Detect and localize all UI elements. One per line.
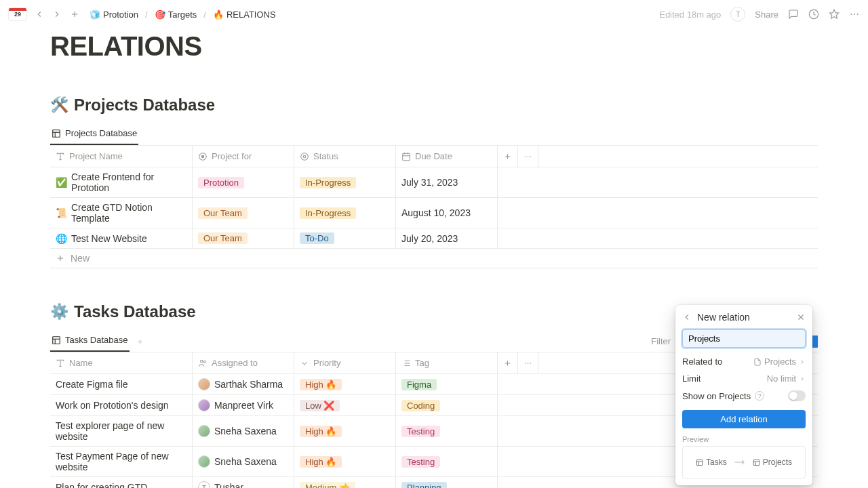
breadcrumb-icon: 🧊 <box>90 9 100 20</box>
svg-point-15 <box>303 155 306 158</box>
cell-tag: Planning <box>396 477 498 488</box>
clock-icon[interactable] <box>808 9 819 20</box>
svg-rect-16 <box>403 153 410 161</box>
share-button[interactable]: Share <box>755 9 778 20</box>
preview-projects: Projects <box>753 458 792 467</box>
svg-point-22 <box>525 156 526 157</box>
projects-table-header: Project Name Project for Status Due Date <box>50 146 818 167</box>
svg-rect-60 <box>753 460 759 465</box>
limit-row[interactable]: Limit No limit <box>682 370 806 387</box>
add-relation-button[interactable]: Add relation <box>682 410 806 428</box>
section-heading: Tasks Database <box>74 302 196 321</box>
cell-assigned: TTushar <box>193 477 294 488</box>
table-row[interactable]: 🌐Test New Website Our Team To-Do July 20… <box>50 228 818 249</box>
svg-point-39 <box>201 360 203 363</box>
breadcrumb-relations[interactable]: 🔥RELATIONS <box>210 8 279 21</box>
table-row[interactable]: 📜Create GTD Notion Template Our Team In-… <box>50 198 818 228</box>
assignee-name: Sneha Saxena <box>214 426 277 436</box>
breadcrumb-prototion[interactable]: 🧊Prototion <box>87 8 141 21</box>
column-project-name[interactable]: Project Name <box>50 146 193 167</box>
svg-point-13 <box>201 155 204 158</box>
relation-name-input[interactable] <box>682 329 806 348</box>
cell-name: Plan for creating GTD <box>50 477 193 488</box>
cell-assigned: Sneha Saxena <box>193 416 294 446</box>
projects-db-tab[interactable]: Projects Database <box>50 124 138 145</box>
row-icon: 🌐 <box>56 233 67 244</box>
column-name[interactable]: Name <box>50 352 193 373</box>
relation-preview: Tasks Projects <box>682 446 806 479</box>
preview-tasks: Tasks <box>696 458 727 467</box>
svg-point-50 <box>528 363 529 364</box>
tab-label: Tasks Database <box>65 335 128 345</box>
cell-priority: High 🔥 <box>294 416 396 446</box>
column-label: Status <box>313 151 338 161</box>
add-view-button[interactable]: + <box>135 335 146 348</box>
assignee-name: Sneha Saxena <box>214 456 277 467</box>
topbar: 29 🧊Prototion / 🎯Targets / 🔥RELATIONS Ed… <box>0 0 868 28</box>
cell-priority: Medium 👈 <box>294 477 396 488</box>
status-pill: In-Progress <box>300 177 356 188</box>
row-icon: 📜 <box>56 207 67 218</box>
breadcrumb-targets[interactable]: 🎯Targets <box>152 8 200 21</box>
column-label: Due Date <box>415 151 452 161</box>
column-tag[interactable]: Tag <box>396 352 498 373</box>
projects-new-row[interactable]: New <box>50 249 818 268</box>
row-icon: ✅ <box>56 177 67 188</box>
priority-pill: Low ❌ <box>300 400 340 411</box>
tab-label: Projects Database <box>65 128 137 138</box>
cell-tag: Coding <box>396 395 498 415</box>
status-pill: To-Do <box>300 232 334 244</box>
column-label: Priority <box>313 358 340 368</box>
priority-pill: High 🔥 <box>300 379 342 390</box>
column-project-for[interactable]: Project for <box>193 146 294 167</box>
assignee-avatar: T <box>198 481 210 488</box>
svg-marker-3 <box>829 9 838 18</box>
table-row[interactable]: ✅Create Frontend for Prototion Prototion… <box>50 167 818 198</box>
cell-due-date: July 31, 2023 <box>396 167 498 197</box>
table-icon <box>52 336 61 345</box>
more-icon[interactable] <box>849 9 860 20</box>
add-column-button[interactable] <box>498 146 518 167</box>
back-icon[interactable] <box>682 312 692 322</box>
topbar-left: 29 🧊Prototion / 🎯Targets / 🔥RELATIONS <box>8 7 279 21</box>
calendar-icon[interactable]: 29 <box>8 7 27 21</box>
forward-icon[interactable] <box>52 9 62 20</box>
back-icon[interactable] <box>34 9 45 20</box>
tag-pill: Figma <box>401 379 437 390</box>
cell-status: In-Progress <box>294 198 396 228</box>
new-relation-popup: New relation Related to Projects Limit N… <box>675 305 812 485</box>
breadcrumb: 🧊Prototion / 🎯Targets / 🔥RELATIONS <box>87 8 279 21</box>
breadcrumb-separator: / <box>145 9 148 20</box>
column-priority[interactable]: Priority <box>294 352 396 373</box>
cell-tag: Testing <box>396 416 498 446</box>
comment-icon[interactable] <box>788 9 799 20</box>
show-on-row: Show on Projects ? <box>682 387 806 405</box>
assignee-avatar <box>198 378 210 390</box>
cell-project-for: Prototion <box>193 167 294 197</box>
related-to-row[interactable]: Related to Projects <box>682 353 806 370</box>
column-more-button[interactable] <box>518 146 538 167</box>
column-assigned-to[interactable]: Assigned to <box>193 352 294 373</box>
tasks-db-tab[interactable]: Tasks Database <box>50 331 130 352</box>
user-avatar[interactable]: T <box>730 7 745 22</box>
cell-spacer <box>498 228 818 248</box>
cell-due-date: July 20, 2023 <box>396 228 498 248</box>
cell-due-date: August 10, 2023 <box>396 198 498 228</box>
close-icon[interactable] <box>796 312 806 322</box>
new-tab-icon[interactable] <box>69 9 80 20</box>
filter-button[interactable]: Filter <box>651 336 671 346</box>
column-label: Project for <box>212 151 252 161</box>
column-status[interactable]: Status <box>294 146 396 167</box>
column-label: Project Name <box>69 151 123 161</box>
cell-name: Test explorer page of new website <box>50 416 193 446</box>
column-due-date[interactable]: Due Date <box>396 146 498 167</box>
cell-name: 🌐Test New Website <box>50 228 193 248</box>
column-label: Tag <box>415 358 429 368</box>
projects-db-toolbar: Projects Database <box>50 124 818 146</box>
help-icon[interactable]: ? <box>755 391 764 401</box>
add-column-button[interactable] <box>498 352 518 373</box>
show-on-toggle[interactable] <box>788 390 806 401</box>
column-more-button[interactable] <box>518 352 538 373</box>
popup-title: New relation <box>697 312 750 323</box>
star-icon[interactable] <box>829 9 840 20</box>
